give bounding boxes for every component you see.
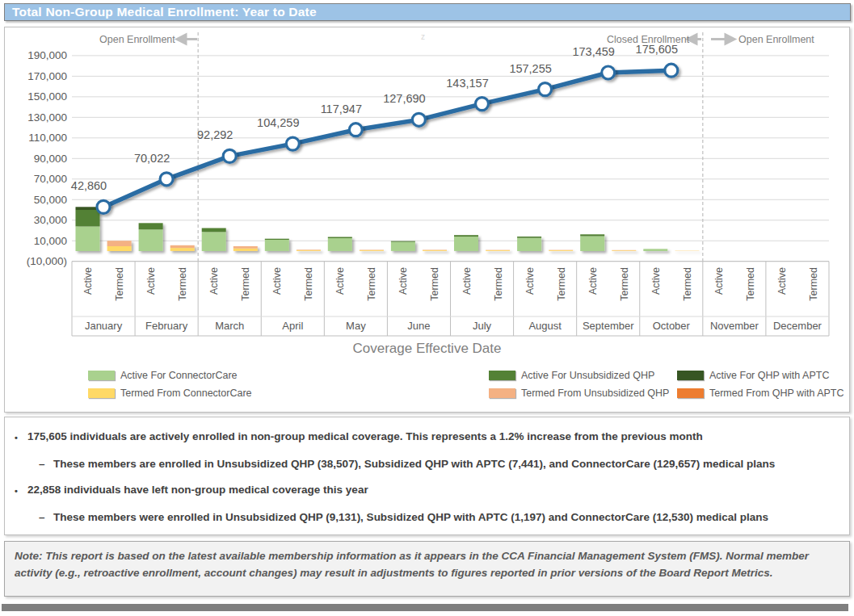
svg-text:130,000: 130,000 [27,111,67,124]
x-axis-title: Coverage Effective Date [5,341,849,357]
bar-active-august [517,238,541,251]
legend-label: Termed From QHP with APTC [709,388,843,399]
svg-text:July: July [473,320,492,332]
svg-text:30,000: 30,000 [34,214,67,226]
svg-text:Active: Active [271,267,283,295]
svg-text:104,259: 104,259 [257,116,299,129]
svg-text:117,947: 117,947 [321,103,362,115]
bullet-marker: – [39,457,53,471]
legend-swatch [489,371,515,380]
svg-text:June: June [407,320,430,332]
bar-active-september [580,237,604,252]
legend-item-active-for-qhp-with-aptc: Active For QHP with APTC [677,370,829,381]
legend-item-termed-from-unsubsidized-qhp: Termed From Unsubsidized QHP [489,388,669,399]
svg-text:November: November [710,320,759,332]
legend-label: Active For Unsubsidized QHP [521,370,654,381]
annotation-open-enrollment-left: Open Enrollment [99,34,175,45]
svg-text:August: August [528,320,562,332]
bar-termed-january [107,241,132,246]
monthly-bars [76,207,700,251]
bullet-marker: • [15,483,27,498]
svg-text:Active: Active [650,267,662,295]
bar-termed-february [170,248,195,251]
svg-text:December: December [773,320,822,332]
svg-text:90,000: 90,000 [34,153,67,165]
bullet-text: 22,858 individuals have left non-group m… [27,483,368,498]
left-arrow-icon [177,35,197,44]
bullet-text: 175,605 individuals are actively enrolle… [27,430,703,445]
legend-label: Termed From Unsubsidized QHP [521,388,669,399]
bar-active-march [202,232,226,251]
legend-item-termed-from-connectorcare: Termed From ConnectorCare [88,388,252,399]
legend-label: Termed From ConnectorCare [120,388,252,399]
note-panel: Note: This report is based on the latest… [4,541,850,597]
svg-text:(10,000): (10,000) [27,255,67,267]
svg-text:January: January [85,320,123,332]
svg-text:Active: Active [524,267,536,295]
svg-text:Termed: Termed [366,267,377,301]
svg-text:Termed: Termed [556,267,567,301]
enrollment-line [103,70,671,207]
footer-divider [2,604,848,611]
bar-termed-may [360,250,384,251]
svg-text:Termed: Termed [745,267,756,301]
legend-item-termed-from-qhp-with-aptc: Termed From QHP with APTC [677,388,843,399]
legend-label: Active For ConnectorCare [120,370,238,381]
legend-swatch [88,371,115,380]
bar-termed-february [170,245,195,248]
bar-active-july [454,237,478,251]
svg-text:October: October [653,320,691,332]
bullet-item: •175,605 individuals are actively enroll… [5,430,849,445]
svg-text:Termed: Termed [682,267,693,301]
bar-active-april [265,239,289,240]
bar-termed-march [233,246,258,249]
svg-text:Termed: Termed [808,267,819,301]
svg-text:127,690: 127,690 [383,92,425,105]
bar-active-march [202,228,226,233]
svg-text:150,000: 150,000 [27,90,67,103]
bar-termed-july [486,250,510,251]
bullet-text: These members are enrolled in Unsubsidiz… [53,457,775,471]
bar-active-september [580,234,604,236]
svg-text:170,000: 170,000 [27,70,67,82]
svg-text:Active: Active [145,267,157,295]
bar-active-february [139,229,163,251]
svg-text:70,000: 70,000 [34,173,67,185]
svg-text:Termed: Termed [493,267,504,301]
y-axis-labels: 190,000170,000150,000130,000110,00090,00… [27,49,67,267]
svg-text:42,860: 42,860 [71,179,107,192]
svg-text:70,022: 70,022 [134,152,170,165]
bar-active-january [76,226,100,251]
bar-active-january [76,210,100,226]
bar-termed-september [612,250,636,251]
annotation-open-enrollment-right: Open Enrollment [738,34,814,45]
category-labels: ActiveTermedJanuaryActiveTermedFebruaryA… [82,267,822,332]
svg-text:Active: Active [398,267,409,295]
legend-label: Active For QHP with APTC [709,370,829,381]
svg-text:Termed: Termed [114,267,125,301]
svg-text:10,000: 10,000 [34,235,67,247]
annotation-closed-enrollment: Closed Enrollment [607,34,689,45]
svg-text:September: September [583,320,634,332]
bullet-item: •22,858 individuals have left non-group … [5,483,849,498]
bar-termed-june [423,250,447,251]
bar-termed-august [549,250,573,251]
bullet-text: These members were enrolled in Unsubsidi… [53,510,768,524]
svg-text:173,459: 173,459 [572,45,614,58]
legend-swatch [88,388,115,398]
report-title: Total Non-Group Medical Enrollment: Year… [4,3,851,21]
svg-text:February: February [145,320,188,332]
svg-text:Termed: Termed [177,267,188,301]
bullet-marker: • [15,430,27,445]
svg-text:110,000: 110,000 [28,132,67,144]
svg-text:Active: Active [82,267,94,295]
line-markers [97,64,678,213]
svg-text:50,000: 50,000 [34,194,67,206]
svg-text:Active: Active [461,267,473,295]
bar-termed-may [360,249,384,250]
bar-active-june [391,241,415,242]
enrollment-chart-panel: 190,000170,000150,000130,000110,00090,00… [4,27,850,413]
svg-text:190,000: 190,000 [27,49,67,61]
svg-text:Termed: Termed [303,267,314,301]
svg-text:March: March [215,320,244,332]
